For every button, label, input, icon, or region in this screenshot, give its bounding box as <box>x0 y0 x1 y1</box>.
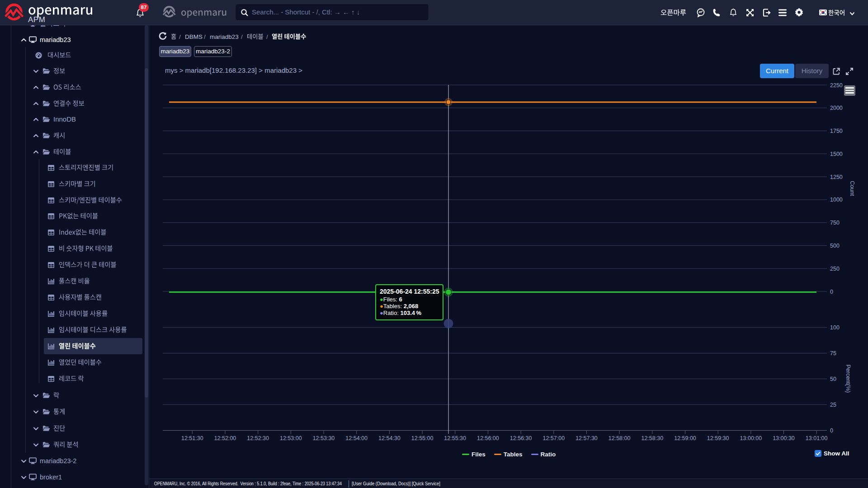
svg-text:12:53:30: 12:53:30 <box>313 435 335 441</box>
svg-text:12:51:30: 12:51:30 <box>181 435 203 441</box>
svg-text:0: 0 <box>830 289 833 295</box>
svg-text:0: 0 <box>830 427 833 434</box>
svg-text:Count: Count <box>849 181 855 196</box>
svg-text:2000: 2000 <box>830 105 843 111</box>
svg-text:1000: 1000 <box>830 197 843 203</box>
svg-text:12:52:00: 12:52:00 <box>214 435 236 441</box>
svg-text:12:56:00: 12:56:00 <box>477 435 499 441</box>
svg-text:12:54:30: 12:54:30 <box>378 435 401 441</box>
svg-text:13:01:00: 13:01:00 <box>806 435 828 441</box>
svg-text:100: 100 <box>830 324 840 331</box>
svg-text:75: 75 <box>830 350 836 357</box>
svg-text:13:00:00: 13:00:00 <box>740 435 762 441</box>
svg-text:12:53:00: 12:53:00 <box>280 435 302 441</box>
svg-text:25: 25 <box>830 402 836 408</box>
svg-text:12:58:30: 12:58:30 <box>641 435 663 441</box>
svg-text:12:55:30: 12:55:30 <box>444 435 466 441</box>
svg-text:12:55:00: 12:55:00 <box>411 435 434 441</box>
svg-text:13:00:30: 13:00:30 <box>773 435 795 441</box>
svg-text:1250: 1250 <box>830 174 843 180</box>
svg-text:12:59:30: 12:59:30 <box>707 435 729 441</box>
svg-text:12:57:30: 12:57:30 <box>576 435 598 441</box>
svg-text:1750: 1750 <box>830 128 843 134</box>
svg-text:12:57:00: 12:57:00 <box>542 435 565 441</box>
svg-text:12:56:30: 12:56:30 <box>510 435 532 441</box>
svg-text:12:59:00: 12:59:00 <box>674 435 696 441</box>
svg-text:2250: 2250 <box>830 82 843 89</box>
svg-text:250: 250 <box>830 266 840 272</box>
svg-text:500: 500 <box>830 243 840 249</box>
svg-text:1500: 1500 <box>830 151 843 157</box>
svg-text:750: 750 <box>830 220 840 226</box>
svg-text:12:54:00: 12:54:00 <box>345 435 368 441</box>
svg-text:50: 50 <box>830 376 836 382</box>
svg-text:12:52:30: 12:52:30 <box>247 435 269 441</box>
svg-text:12:58:00: 12:58:00 <box>609 435 631 441</box>
svg-text:Percent(%): Percent(%) <box>845 365 851 393</box>
